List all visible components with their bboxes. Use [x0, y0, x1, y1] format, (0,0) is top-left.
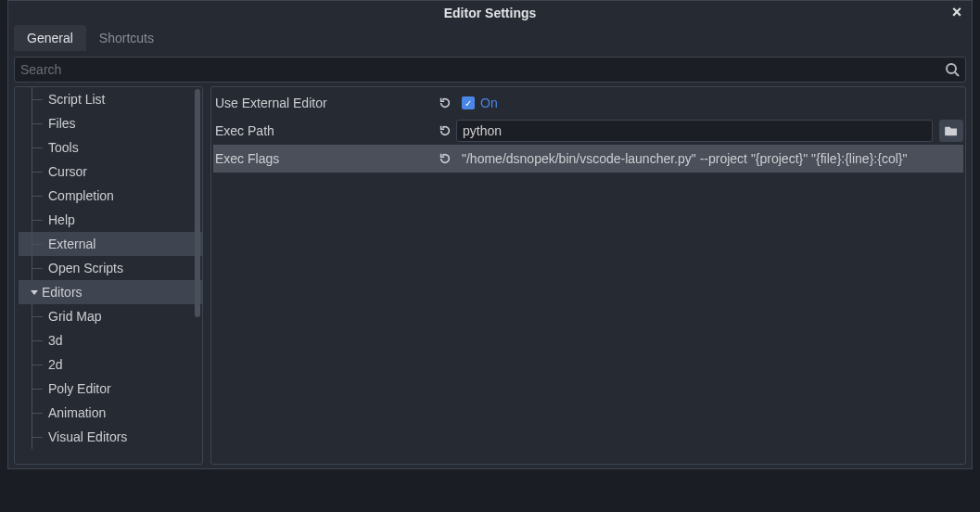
- tree-item-label: Poly Editor: [48, 381, 111, 396]
- reset-icon: [439, 152, 452, 165]
- tree-item-label: Files: [48, 116, 76, 131]
- tab-label: General: [27, 31, 73, 45]
- tab-shortcuts[interactable]: Shortcuts: [86, 25, 167, 51]
- sidebar-scrollbar[interactable]: [193, 87, 202, 464]
- body: Script List Files Tools Cursor Completio…: [8, 86, 972, 468]
- check-icon: ✓: [465, 98, 472, 109]
- svg-point-0: [947, 64, 956, 73]
- window-title: Editor Settings: [444, 6, 537, 20]
- scrollbar-thumb[interactable]: [195, 89, 200, 317]
- tab-label: Shortcuts: [99, 31, 154, 45]
- tree-item-label: Visual Editors: [48, 429, 127, 444]
- tree-item-grid-map[interactable]: Grid Map: [19, 304, 202, 328]
- tree-item-3d[interactable]: 3d: [19, 328, 202, 352]
- chevron-down-icon: [30, 288, 39, 297]
- tree-item-label: Open Scripts: [48, 261, 123, 275]
- reset-icon: [439, 124, 452, 137]
- prop-label: Exec Flags: [215, 151, 434, 166]
- prop-use-external-editor: Use External Editor ✓ On: [213, 89, 963, 117]
- tree-item-cursor[interactable]: Cursor: [19, 160, 202, 184]
- settings-tree-sidebar: Script List Files Tools Cursor Completio…: [14, 86, 203, 465]
- folder-icon: [945, 125, 958, 136]
- tree-item-help[interactable]: Help: [19, 208, 202, 232]
- tree-item-animation[interactable]: Animation: [19, 401, 202, 425]
- editor-settings-dialog: Editor Settings × General Shortcuts Scri…: [7, 0, 973, 469]
- exec-flags-input[interactable]: [456, 147, 963, 170]
- tree-item-completion[interactable]: Completion: [19, 184, 202, 208]
- browse-button[interactable]: [939, 120, 963, 142]
- tree-item-2d[interactable]: 2d: [19, 352, 202, 377]
- tree-item-label: Grid Map: [48, 309, 102, 324]
- prop-exec-path: Exec Path: [213, 117, 963, 145]
- tree-item-label: Editors: [42, 285, 83, 300]
- tree-item-label: 2d: [48, 357, 63, 372]
- tree-item-label: Tools: [48, 140, 79, 155]
- prop-exec-flags: Exec Flags: [213, 145, 963, 173]
- tree-item-label: Animation: [48, 405, 106, 420]
- reset-icon: [439, 96, 452, 109]
- checkbox[interactable]: ✓: [462, 96, 475, 109]
- tab-general[interactable]: General: [14, 25, 86, 51]
- search-icon: [945, 62, 960, 77]
- tree-item-files[interactable]: Files: [19, 111, 202, 135]
- tree-item-script-list[interactable]: Script List: [19, 87, 202, 111]
- tab-bar: General Shortcuts: [8, 25, 972, 51]
- tree-item-label: Cursor: [48, 164, 87, 179]
- exec-path-input[interactable]: [456, 120, 933, 142]
- tree-item-label: External: [48, 237, 95, 251]
- tree-item-poly-editor[interactable]: Poly Editor: [19, 377, 202, 401]
- search-bar[interactable]: [14, 57, 966, 83]
- tree-item-open-scripts[interactable]: Open Scripts: [19, 256, 202, 280]
- svg-line-1: [955, 72, 959, 76]
- tree-item-label: Script List: [48, 92, 105, 107]
- search-input[interactable]: [20, 62, 945, 77]
- tree-item-tools[interactable]: Tools: [19, 135, 202, 160]
- checkbox-wrap[interactable]: ✓ On: [456, 96, 498, 110]
- settings-content: Use External Editor ✓ On Exec Path: [210, 86, 966, 465]
- reset-button[interactable]: [438, 151, 452, 166]
- tree-item-label: Help: [48, 212, 75, 227]
- prop-label: Use External Editor: [215, 96, 434, 110]
- tree-item-label: Completion: [48, 188, 114, 203]
- close-icon: ×: [952, 3, 962, 22]
- close-button[interactable]: ×: [948, 3, 966, 21]
- settings-tree[interactable]: Script List Files Tools Cursor Completio…: [15, 87, 202, 464]
- title-bar: Editor Settings ×: [8, 1, 972, 25]
- tree-item-external[interactable]: External: [19, 232, 202, 256]
- reset-button[interactable]: [438, 96, 452, 110]
- on-label: On: [480, 96, 498, 110]
- tree-item-visual-editors[interactable]: Visual Editors: [19, 425, 202, 449]
- prop-label: Exec Path: [215, 123, 434, 138]
- tree-item-label: 3d: [48, 333, 63, 348]
- tree-item-editors[interactable]: Editors: [19, 280, 202, 304]
- reset-button[interactable]: [438, 123, 452, 138]
